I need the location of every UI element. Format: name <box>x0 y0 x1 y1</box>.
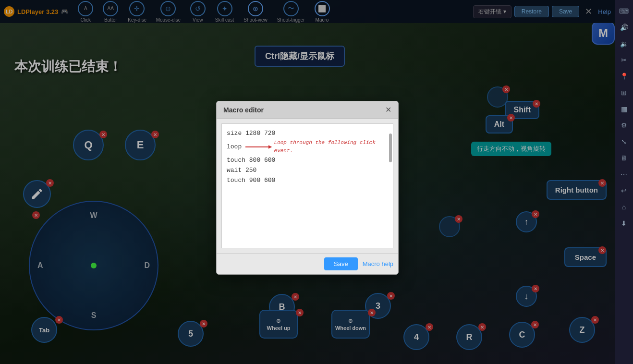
code-line-1: loop Loop through the following click ev… <box>227 139 388 156</box>
modal-save-button[interactable]: Save <box>324 257 358 270</box>
sidebar-table-icon[interactable]: ▦ <box>617 102 631 116</box>
sidebar-scissors-icon[interactable]: ✂ <box>617 53 631 67</box>
modal-header: Macro editor ✕ <box>217 101 398 119</box>
macro-help-button[interactable]: Macro help <box>363 260 393 267</box>
code-line-3: wait 250 <box>227 166 388 176</box>
macro-code-area[interactable]: size 1280 720 loop Loop through the foll… <box>221 123 393 248</box>
modal-footer: Save Macro help <box>217 253 398 274</box>
loop-arrow-icon <box>245 144 272 150</box>
sidebar-undo-icon[interactable]: ↩ <box>617 183 631 198</box>
svg-marker-1 <box>268 146 272 149</box>
sidebar-expand-icon[interactable]: ⤡ <box>617 134 631 149</box>
sidebar-add-icon[interactable]: ⊞ <box>617 85 631 100</box>
sidebar-volume-up-icon[interactable]: 🔊 <box>617 20 631 35</box>
sidebar-keyboard-icon[interactable]: ⌨ <box>617 4 631 18</box>
code-line-4: touch 900 600 <box>227 176 388 186</box>
scroll-indicator <box>389 133 392 162</box>
sidebar-download-icon[interactable]: ⬇ <box>617 216 631 231</box>
right-sidebar: ⌨ 🔊 🔉 ✂ 📍 ⊞ ▦ ⚙ ⤡ 🖥 ⋯ ↩ ⌂ ⬇ <box>615 0 633 364</box>
sidebar-home-icon[interactable]: ⌂ <box>617 200 631 214</box>
macro-editor-modal: Macro editor ✕ size 1280 720 loop Loop t… <box>216 101 399 275</box>
modal-body: size 1280 720 loop Loop through the foll… <box>217 119 398 253</box>
sidebar-dots-icon[interactable]: ⋯ <box>617 167 631 182</box>
sidebar-location-icon[interactable]: 📍 <box>617 69 631 84</box>
sidebar-settings-icon[interactable]: ⚙ <box>617 118 631 133</box>
modal-title: Macro editor <box>223 106 264 114</box>
sidebar-volume-down-icon[interactable]: 🔉 <box>617 36 631 51</box>
code-line-0: size 1280 720 <box>227 129 388 139</box>
code-line-2: touch 800 600 <box>227 156 388 166</box>
loop-annotation: Loop through the following click event. <box>274 139 388 156</box>
sidebar-monitor-icon[interactable]: 🖥 <box>617 151 631 165</box>
modal-close-button[interactable]: ✕ <box>385 105 391 114</box>
